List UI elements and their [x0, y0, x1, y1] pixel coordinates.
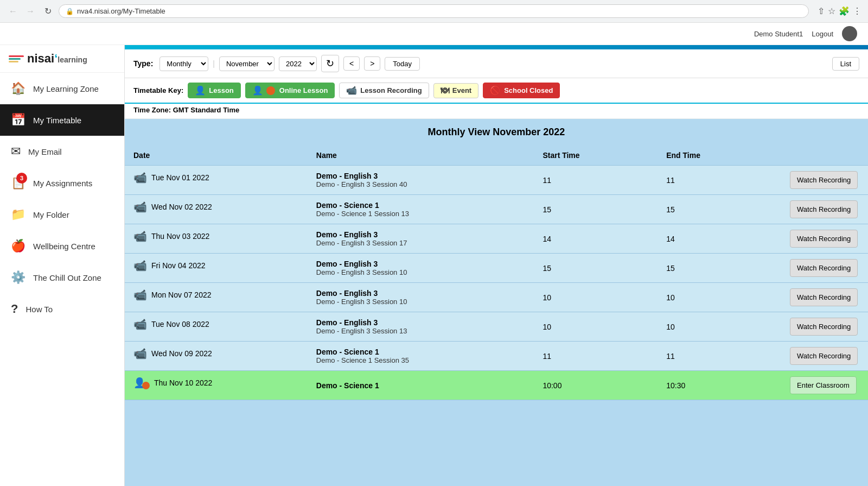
app-container: nisai‘learning 🏠 My Learning Zone 📅 My T… [0, 45, 868, 486]
accent-bar [125, 45, 868, 49]
share-button[interactable]: ⇧ [818, 6, 825, 16]
row-action-cell: Watch Recording [781, 342, 868, 371]
key-recording-label: Lesson Recording [360, 86, 422, 94]
logo-text: nisai‘learning [27, 52, 87, 66]
row-start-time: 10 [534, 312, 658, 342]
type-label: Type: [133, 59, 153, 68]
row-date: Thu Nov 10 2022 [154, 378, 212, 387]
row-icon: 📹 [133, 200, 147, 213]
row-name: Demo - English 3Demo - English 3 Session… [308, 254, 534, 283]
row-action-cell: Watch Recording [781, 224, 868, 254]
table-header-row: Date Name Start Time End Time [125, 146, 868, 166]
row-start-time: 15 [534, 195, 658, 224]
key-bar: Timetable Key: 👤 Lesson 👤 Online Lesson … [125, 78, 868, 104]
prev-button[interactable]: < [343, 56, 360, 71]
table-row: 📹Wed Nov 09 2022Demo - Science 1Demo - S… [125, 342, 868, 371]
key-event: 🍽 Event [433, 83, 478, 98]
today-button[interactable]: Today [385, 57, 420, 71]
row-end-time: 15 [658, 195, 781, 224]
extensions-button[interactable]: 🧩 [839, 6, 850, 16]
sidebar-item-timetable[interactable]: 📅 My Timetable [0, 104, 124, 136]
sidebar-item-assignments[interactable]: 📋 3 My Assignments [0, 167, 124, 199]
timezone-bar: Time Zone: GMT Standard Time [125, 104, 868, 119]
row-action-cell: Watch Recording [781, 283, 868, 312]
next-button[interactable]: > [364, 56, 380, 71]
sidebar-item-wellbeing[interactable]: 🍎 Wellbeing Centre [0, 230, 124, 262]
address-bar[interactable]: 🔒 nva4.nisai.org/My-Timetable [59, 4, 809, 18]
header-start-time: Start Time [534, 146, 658, 166]
forward-button[interactable]: → [24, 5, 37, 18]
row-action-cell: Watch Recording [781, 166, 868, 195]
table-row: 📹Fri Nov 04 2022Demo - English 3Demo - E… [125, 254, 868, 283]
sidebar: nisai‘learning 🏠 My Learning Zone 📅 My T… [0, 45, 125, 486]
row-date: Mon Nov 07 2022 [151, 291, 212, 299]
divider1: | [213, 59, 215, 68]
watch-recording-button[interactable]: Watch Recording [790, 318, 858, 336]
list-button[interactable]: List [832, 57, 859, 71]
row-end-time: 10 [658, 283, 781, 312]
sidebar-item-email[interactable]: ✉ My Email [0, 136, 124, 167]
row-icon-date: 📹Wed Nov 02 2022 [125, 195, 308, 219]
key-event-label: Event [452, 86, 471, 94]
row-name: Demo - English 3Demo - English 3 Session… [308, 283, 534, 312]
assignments-badge: 3 [16, 173, 27, 184]
sidebar-label-wellbeing: Wellbeing Centre [33, 242, 95, 251]
year-select[interactable]: 2020202120222023 [279, 56, 317, 71]
sidebar-item-chillout[interactable]: ⚙️ The Chill Out Zone [0, 262, 124, 293]
sidebar-label-folder: My Folder [33, 210, 69, 219]
row-icon-date: 📹Tue Nov 08 2022 [125, 312, 308, 336]
email-icon: ✉ [11, 144, 21, 159]
refresh-button[interactable]: ↻ [41, 5, 54, 18]
key-lesson-label: Lesson [209, 86, 234, 94]
sidebar-item-folder[interactable]: 📁 My Folder [0, 199, 124, 230]
table-row: 📹Mon Nov 07 2022Demo - English 3Demo - E… [125, 283, 868, 312]
header-name: Name [308, 146, 534, 166]
row-icon-date: 📹Thu Nov 03 2022 [125, 224, 308, 248]
row-name: Demo - English 3Demo - English 3 Session… [308, 166, 534, 195]
type-select[interactable]: Monthly Weekly Daily [159, 56, 208, 71]
home-icon: 🏠 [11, 81, 25, 96]
watch-recording-button[interactable]: Watch Recording [790, 259, 858, 277]
watch-recording-button[interactable]: Watch Recording [790, 230, 858, 248]
watch-recording-button[interactable]: Watch Recording [790, 171, 858, 189]
table-row: 📹Tue Nov 01 2022Demo - English 3Demo - E… [125, 166, 868, 195]
watch-recording-button[interactable]: Watch Recording [790, 288, 858, 306]
sidebar-item-learning-zone[interactable]: 🏠 My Learning Zone [0, 73, 124, 104]
menu-button[interactable]: ⋮ [853, 6, 861, 16]
enter-classroom-button[interactable]: Enter Classroom [790, 376, 857, 394]
row-end-time: 11 [658, 166, 781, 195]
refresh-view-button[interactable]: ↻ [321, 55, 339, 72]
key-closed-label: School Closed [504, 86, 553, 94]
row-start-time: 11 [534, 166, 658, 195]
sidebar-label-learning-zone: My Learning Zone [33, 84, 99, 93]
sidebar-item-howto[interactable]: ? How To [0, 293, 124, 325]
header-action [781, 146, 868, 166]
wellbeing-icon: 🍎 [11, 239, 25, 253]
month-select[interactable]: JanuaryFebruaryMarch AprilMayJune JulyAu… [219, 56, 275, 71]
bookmark-button[interactable]: ☆ [828, 6, 835, 16]
row-icon: 👤 [133, 376, 150, 389]
row-action-cell: Enter Classroom [781, 371, 868, 400]
logout-button[interactable]: Logout [812, 30, 833, 38]
watch-recording-button[interactable]: Watch Recording [790, 200, 858, 218]
logo-lines [9, 55, 24, 62]
row-icon-date: 👤Thu Nov 10 2022 [125, 371, 308, 394]
row-start-time: 10 [534, 283, 658, 312]
row-icon: 📹 [133, 259, 147, 272]
row-icon-date: 📹Wed Nov 09 2022 [125, 342, 308, 365]
back-button[interactable]: ← [7, 5, 20, 18]
row-icon: 📹 [133, 171, 147, 184]
watch-recording-button[interactable]: Watch Recording [790, 347, 858, 365]
timetable-icon: 📅 [11, 113, 25, 127]
recording-key-icon: 📹 [346, 85, 357, 96]
user-bar: Demo Student1 Logout [0, 23, 868, 45]
controls-bar: Type: Monthly Weekly Daily | JanuaryFebr… [125, 49, 868, 78]
row-name: Demo - Science 1 [308, 371, 534, 400]
logo: nisai‘learning [0, 45, 124, 73]
sidebar-label-assignments: My Assignments [33, 179, 92, 188]
table-row: 📹Thu Nov 03 2022Demo - English 3Demo - E… [125, 224, 868, 254]
url-text: nva4.nisai.org/My-Timetable [77, 7, 165, 15]
timetable: Date Name Start Time End Time 📹Tue Nov 0… [125, 146, 868, 400]
username: Demo Student1 [754, 30, 803, 38]
row-date: Tue Nov 08 2022 [151, 320, 209, 329]
